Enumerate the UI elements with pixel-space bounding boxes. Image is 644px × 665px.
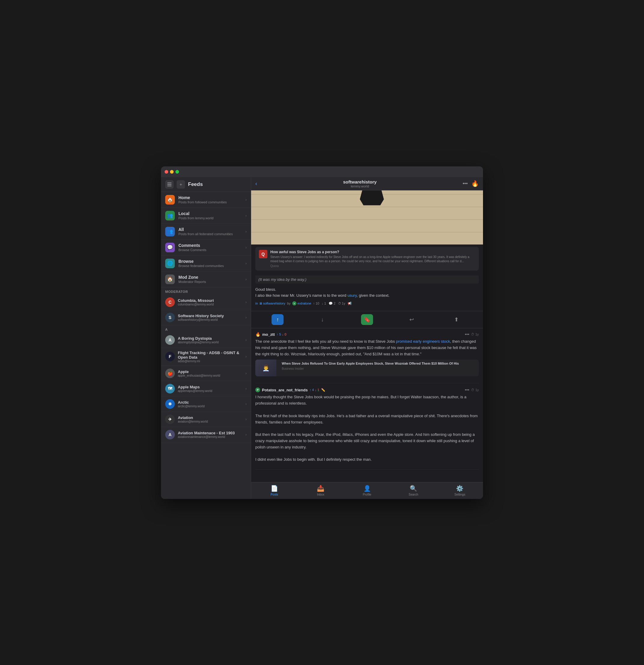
minimize-button[interactable]: [170, 170, 174, 174]
boring-instance: aboringdystopia@lemmy.world: [178, 341, 242, 344]
panel-instance: lemmy.world: [261, 185, 459, 188]
comment-2-header: P Potatos_are_not_friends ↑ 4 ↓ 1 ✏️ •••…: [255, 387, 479, 392]
modzone-sublabel: Moderator Reports: [178, 280, 242, 284]
community-item-flight[interactable]: F Flight Tracking - ADSB - OSINT & Open …: [161, 348, 251, 366]
upvote-button[interactable]: ↑: [271, 314, 284, 325]
comment-1-header: 🔥 mo_ztt ↑ 5 ↓ 0 ••• ⏱ 1y: [255, 332, 479, 337]
boring-chevron: ›: [245, 338, 247, 342]
sidebar-item-local[interactable]: 👥 Local Posts from lemmy.world ›: [161, 208, 251, 224]
community-item-arctic[interactable]: ❄ Arctic arctic@lemmy.world ›: [161, 397, 251, 412]
software-avatar: S: [165, 313, 175, 322]
downvote-button[interactable]: ↓: [316, 314, 328, 325]
arctic-avatar: ❄: [165, 399, 175, 409]
reply-button[interactable]: ↩: [406, 314, 418, 325]
title-bar: [161, 166, 483, 177]
comments-icon: 💬: [165, 243, 175, 252]
clp-image-1: 👨‍💼: [255, 360, 276, 376]
comment-2-text: I honestly thought the Steve Jobs book w…: [255, 394, 479, 463]
local-sublabel: Posts from lemmy.world: [178, 216, 242, 220]
community-item-software[interactable]: S Software History Society softwarehisto…: [161, 310, 251, 325]
sidebar-toggle-button[interactable]: [165, 180, 174, 189]
comment-1-link-preview[interactable]: 👨‍💼 When Steve Jobs Refused To Give Earl…: [255, 360, 479, 376]
maximize-button[interactable]: [175, 170, 179, 174]
bookmark-button[interactable]: 🔖: [361, 314, 373, 325]
post-main-text: Goud bless. I also like how near Mr. Uss…: [255, 287, 479, 299]
sidebar-item-home[interactable]: 🏠 Home Posts from followed communities ›: [161, 192, 251, 208]
add-feed-button[interactable]: +: [177, 180, 185, 189]
comments-label: Comments: [178, 243, 242, 248]
meta-stats: ↑ 10 ↓ 1 💬 2 ⏱ 1y 📢: [313, 302, 352, 305]
community-item-columbia[interactable]: C Columbia, Missouri columbiamo@lemmy.wo…: [161, 294, 251, 310]
local-chevron: ›: [245, 213, 247, 218]
community-item-apple[interactable]: 🍎 Apple apple_enthusiast@lemmy.world ›: [161, 366, 251, 381]
all-sublabel: Posts from all federated communities: [178, 232, 242, 236]
comment-1-text: The one anecdote that I feel like tells …: [255, 339, 479, 357]
post-link-preview[interactable]: Q How awful was Steve Jobs as a person? …: [255, 247, 479, 271]
back-button[interactable]: ‹: [255, 180, 257, 187]
software-name: Software History Society: [178, 314, 242, 318]
browse-label: Browse: [178, 259, 242, 264]
in-label: in: [255, 302, 259, 305]
main-area: + Feeds 🏠 Home Posts from followed commu…: [161, 177, 483, 499]
post-meta: in 🖥 softwarehistory by e extratone ↑ 10…: [255, 301, 479, 305]
inbox-icon: 📥: [317, 485, 324, 492]
settings-label: Settings: [454, 493, 465, 496]
posts-label: Posts: [271, 493, 278, 496]
local-label: Local: [178, 211, 242, 216]
search-label: Search: [409, 493, 418, 496]
promised-stock-link[interactable]: promised early engineers stock: [396, 339, 450, 344]
share-button[interactable]: ⬆: [451, 314, 462, 325]
downvote-stat: ↓ 1: [322, 302, 326, 305]
comments-section: 🔥 mo_ztt ↑ 5 ↓ 0 ••• ⏱ 1y: [251, 332, 483, 478]
sidebar-item-all[interactable]: 👥 All Posts from all federated communiti…: [161, 224, 251, 240]
content-scroll[interactable]: Q How awful was Steve Jobs as a person? …: [251, 190, 483, 482]
post-body: (It was my idea by the way.) Goud bless.…: [251, 273, 483, 311]
comment-1-author: mo_ztt: [262, 332, 275, 337]
edit-icon-2[interactable]: ✏️: [321, 388, 325, 392]
post-actions: ↑ ↓ 🔖 ↩ ⬆: [251, 311, 483, 328]
aviationm-chevron: ›: [245, 433, 247, 437]
arctic-chevron: ›: [245, 402, 247, 406]
local-icon: 👥: [165, 211, 175, 221]
link-preview-excerpt: Steven Ussery's answer: I worked indirec…: [270, 255, 475, 263]
tab-posts[interactable]: 📄 Posts: [251, 483, 297, 498]
tab-inbox[interactable]: 📥 Inbox: [297, 483, 344, 498]
tab-settings[interactable]: ⚙️ Settings: [437, 483, 483, 498]
home-chevron: ›: [245, 198, 247, 202]
fire-button[interactable]: 🔥: [471, 180, 479, 187]
applemaps-name: Apple Maps: [178, 385, 242, 389]
aviation-name: Aviation: [178, 415, 242, 420]
sidebar-scroll[interactable]: 🏠 Home Posts from followed communities ›…: [161, 192, 251, 499]
tab-search[interactable]: 🔍 Search: [390, 483, 436, 498]
settings-icon: ⚙️: [456, 485, 463, 492]
close-button[interactable]: [165, 170, 168, 174]
megaphone-icon: 📢: [347, 302, 352, 305]
community-item-applemaps[interactable]: 🗺 Apple Maps applemaps@lemmy.world ›: [161, 381, 251, 397]
sidebar-item-modzone[interactable]: 🏠 Mod Zone Moderator Reports ›: [161, 271, 251, 287]
community-item-aviationm[interactable]: A Aviation Maintenace - Est 1903 aviatio…: [161, 427, 251, 442]
comment-1-more[interactable]: •••: [465, 332, 470, 337]
quora-icon: Q: [259, 250, 267, 258]
all-icon: 👥: [165, 227, 175, 236]
boots-decoration: [360, 190, 384, 206]
community-item-aviation[interactable]: ✈ Aviation aviation@lemmy.world ›: [161, 412, 251, 427]
more-options-button[interactable]: •••: [462, 181, 468, 186]
sidebar-item-comments[interactable]: 💬 Comments Browse Comments ›: [161, 240, 251, 255]
software-chevron: ›: [245, 316, 247, 320]
comments-chevron: ›: [245, 245, 247, 250]
comment-2-more[interactable]: •••: [465, 387, 470, 392]
moderator-section-label: Moderator: [161, 287, 251, 294]
community-item-boring[interactable]: A A Boring Dystopia aboringdystopia@lemm…: [161, 332, 251, 348]
tab-profile[interactable]: 👤 Profile: [344, 483, 390, 498]
comment-1-score: ↑ 5 ↓ 0: [277, 332, 286, 336]
browse-icon: 🌐: [165, 259, 175, 268]
sidebar-item-browse[interactable]: 🌐 Browse Browse federated communities ›: [161, 255, 251, 271]
comment-potatos: P Potatos_are_not_friends ↑ 4 ↓ 1 ✏️ •••…: [255, 387, 479, 470]
home-sublabel: Posts from followed communities: [178, 200, 242, 204]
home-icon: 🏠: [165, 195, 175, 205]
upvote-stat: ↑ 10: [313, 302, 319, 305]
software-instance: softwarehistory@lemmy.world: [178, 318, 242, 321]
usury-link[interactable]: usury: [347, 293, 357, 298]
sidebar: + Feeds 🏠 Home Posts from followed commu…: [161, 177, 251, 499]
home-label: Home: [178, 195, 242, 200]
